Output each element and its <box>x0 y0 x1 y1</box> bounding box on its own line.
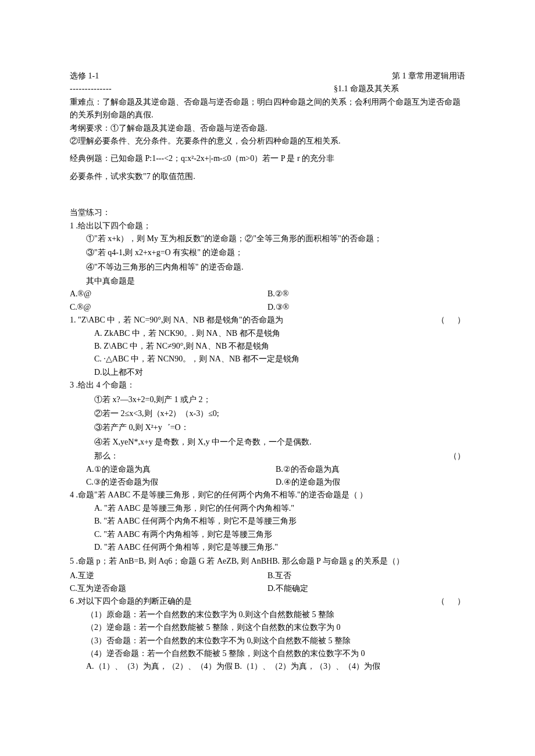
q3-blank: （） <box>449 450 465 463</box>
key-points: 重难点：了解命题及其逆命题、否命题与逆否命题；明白四种命题之间的关系；会利用两个… <box>70 96 465 122</box>
q2-blank: （ ） <box>437 314 465 327</box>
q5-option-b: B.互否 <box>268 569 465 582</box>
syllabus-2: ②理解必要条件、充分条件。充要条件的意义，会分析四种命题的互相关系. <box>70 135 465 148</box>
q4-option-b: B. "若 AABC 任何两个内角不相等，则它不是等腰三角形 <box>70 515 465 528</box>
q2-option-c: C. ∙△ABC 中，若 NCN90。，则 NA、NB 都不一定是锐角 <box>70 353 465 366</box>
q6-stmt-3: （3）否命题：若一个自然数的末位数字不为 0,则这个自然数不能被 5 整除 <box>70 635 465 647</box>
q2-option-a: A. ZkABC 中，若 NCK90。. 则 NA、NB 都不是锐角 <box>70 327 465 340</box>
q1-stmt-3: ④"不等边三角形的三内角相等" 的逆否命题. <box>70 261 465 274</box>
q5-option-a: A.互逆 <box>70 569 268 582</box>
q6-stmt-4: （4）逆否命题：若一个自然数不能被 5 整除，则这个自然数的末位数字不为 0 <box>70 647 465 660</box>
divider: -------------- <box>70 83 268 95</box>
q3-lead: 3 .给出 4 个命题： <box>70 379 465 392</box>
q1-option-d: D.③® <box>268 301 465 314</box>
q5-option-c: C.互为逆否命题 <box>70 582 268 595</box>
q1-stmt-2: ③"若 q4-1,则 x2+x+g=O 有实根" 的逆命题； <box>70 246 465 259</box>
q5-option-d: D.不能确定 <box>268 582 465 595</box>
practice-heading: 当堂练习： <box>70 206 465 219</box>
q4-option-a: A. "若 AABC 是等腰三角形，则它的任何两个内角相等." <box>70 502 465 515</box>
chapter-title: 第 1 章常用逻辑用语 <box>392 70 465 83</box>
example-line2: 必要条件，试求实数"7 的取值范围. <box>70 170 465 183</box>
q4-option-c: C. "若 AABC 有两个内角相等，则它是等腰三角形 <box>70 528 465 541</box>
q5-lead: 5 .命题 p；若 AnB=B, 则 Aq6；命题 G 若 AeZB, 则 An… <box>70 555 465 568</box>
q1-option-c: C.®@ <box>70 301 268 314</box>
q2-option-b: B. Z\ABC 中，若 NC≠90°,则 NA、NB 不都是锐角 <box>70 340 465 353</box>
q6-blank: （ ） <box>437 595 465 608</box>
q3-option-a: A.①的逆命题为真 <box>86 463 276 476</box>
q3-stmt-4: ④若 X,yeN*,x+y 是奇数，则 X,y 中一个足奇数，一个是偶数. <box>70 436 465 449</box>
q6-answers: A.（1）、（3）为真，（2）、（4）为假 B.（1）、（2）为真，（3）、（4… <box>70 660 465 673</box>
q2-option-d: D.以上都不对 <box>70 366 465 379</box>
q6-stmt-1: （1）原命题：若一个自然数的末位数字为 0.则这个自然数能被 5 整除 <box>70 608 465 621</box>
q3-option-d: D.④的逆命题为假 <box>276 476 465 489</box>
q1-option-a: A.®@ <box>70 288 268 300</box>
section-title: §1.1 命题及其关系 <box>268 83 465 95</box>
q3-option-b: B.②的否命题为真 <box>276 463 465 476</box>
q3-then: 那么： <box>94 450 449 463</box>
q1-lead: 1 .给出以下四个命题； <box>70 220 465 232</box>
doc-series: 选修 1-1 <box>70 70 99 83</box>
q1-option-b: B.②® <box>268 288 465 300</box>
q1-stmt-4: 其中真命题是 <box>70 275 465 288</box>
q3-stmt-2: ②若一 2≤x<3,则（x+2）（x-3）≤0; <box>70 407 465 420</box>
q4-option-d: D. "若 AABC 任何两个角相等，则它是等腰三角形." <box>70 541 465 554</box>
q3-stmt-3: ③若产产 0,则 X²+y゛=O： <box>70 421 465 434</box>
example-line1: 经典例题：已知命题 P:1---<2；q:x²-2x+|-m-≤0（m>0）若一… <box>70 152 465 165</box>
q2-lead: 1. "Z\ABC 中，若 NC=90°,则 NA、NB 都是锐角"的否命题为 <box>70 314 437 327</box>
q6-lead: 6 .对以下四个命题的判断正确的是 <box>70 595 437 608</box>
q4-lead: 4 .命题"若 AABC 不是等腰三角形，则它的任何两个内角不相等."的逆否命题… <box>70 489 465 501</box>
q3-option-c: C.③的逆否命题为假 <box>86 476 276 489</box>
q6-stmt-2: （2）逆命题：若一个自然数能被 5 整除，则这个自然数的末位数字为 0 <box>70 621 465 634</box>
q1-stmt-1: ①"若 x+k），则 My 互为相反数"的逆命题；②"全等三角形的面积相等"的否… <box>70 232 465 245</box>
syllabus-1: 考纲要求：①了解命题及其逆命题、否命题与逆否命题. <box>70 122 465 135</box>
q3-stmt-1: ①若 x?—3x+2=0,则产 1 或户 2； <box>70 393 465 406</box>
